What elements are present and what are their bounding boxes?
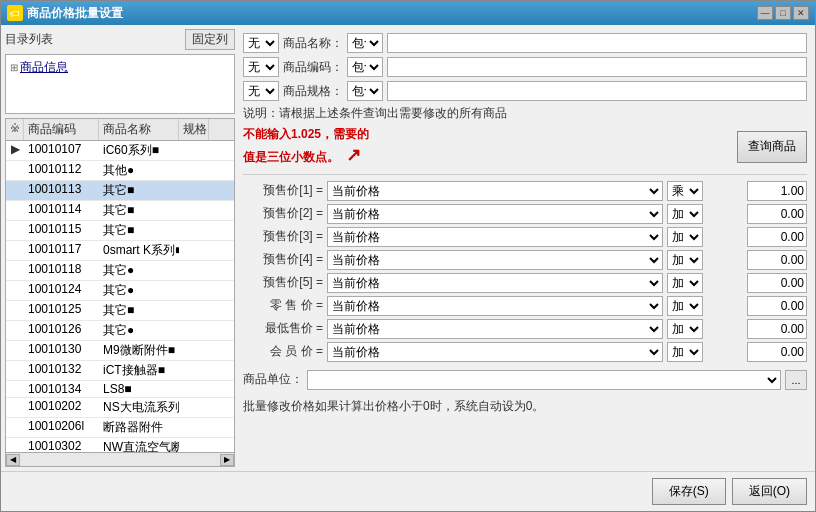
op-select-2[interactable]: 加 <box>667 227 703 247</box>
cell-name: 其它■ <box>99 181 179 200</box>
include-select-3[interactable]: 包含 <box>347 81 383 101</box>
save-button[interactable]: 保存(S) <box>652 478 726 505</box>
tree-item-label[interactable]: 商品信息 <box>20 59 68 76</box>
price-input-3[interactable] <box>747 250 807 270</box>
cell-spec <box>179 241 209 260</box>
scroll-right-arrow[interactable]: ▶ <box>220 454 234 466</box>
close-button[interactable]: ✕ <box>793 6 809 20</box>
row-arrow <box>6 241 24 260</box>
table-header: ※ 商品编码 商品名称 规格 <box>6 119 234 141</box>
cell-name: NW直流空气断路器 <box>99 438 179 452</box>
op-select-4[interactable]: 加 <box>667 273 703 293</box>
cell-name: LS8■ <box>99 381 179 397</box>
op-select-6[interactable]: 加 <box>667 319 703 339</box>
product-table: ※ 商品编码 商品名称 规格 ▶ 10010107 iC60系列■ 100101… <box>5 118 235 467</box>
cell-name: 其他● <box>99 161 179 180</box>
table-row[interactable]: 10010130 M9微断附件■ <box>6 341 234 361</box>
prefix-select-2[interactable]: 无 <box>243 57 279 77</box>
price-input-7[interactable] <box>747 342 807 362</box>
include-select-2[interactable]: 包含 <box>347 57 383 77</box>
maximize-button[interactable]: □ <box>775 6 791 20</box>
table-row[interactable]: 10010206l 断路器附件 <box>6 418 234 438</box>
price-grid: 预售价[1] =当前价格乘预售价[2] =当前价格加预售价[3] =当前价格加预… <box>243 181 807 362</box>
cell-spec <box>179 361 209 380</box>
unit-label: 商品单位： <box>243 371 303 388</box>
row-arrow <box>6 438 24 452</box>
divider <box>243 174 807 175</box>
table-row[interactable]: 10010126 其它● <box>6 321 234 341</box>
prefix-select-1[interactable]: 无 <box>243 33 279 53</box>
op-select-1[interactable]: 加 <box>667 204 703 224</box>
op-select-5[interactable]: 加 <box>667 296 703 316</box>
search-label-1: 商品名称： <box>283 35 343 52</box>
op-select-0[interactable]: 乘 <box>667 181 703 201</box>
price-type-select-1[interactable]: 当前价格 <box>327 204 663 224</box>
cell-code: 10010206l <box>24 418 99 437</box>
col-spec-header: 规格 <box>179 119 209 140</box>
table-row[interactable]: 10010132 iCT接触器■ <box>6 361 234 381</box>
op-select-7[interactable]: 加 <box>667 342 703 362</box>
row-arrow <box>6 281 24 300</box>
price-input-2[interactable] <box>747 227 807 247</box>
table-row[interactable]: 10010302 NW直流空气断路器 <box>6 438 234 452</box>
price-label-7: 会 员 价 = <box>243 343 323 360</box>
table-row[interactable]: 10010202 NS大电流系列 <box>6 398 234 418</box>
price-label-2: 预售价[3] = <box>243 228 323 245</box>
cell-code: 10010125 <box>24 301 99 320</box>
window-title: 商品价格批量设置 <box>27 5 123 22</box>
tree-item-root[interactable]: ⊞ 商品信息 <box>10 59 230 76</box>
table-row[interactable]: 10010114 其它■ <box>6 201 234 221</box>
search-input-1[interactable] <box>387 33 807 53</box>
price-type-select-3[interactable]: 当前价格 <box>327 250 663 270</box>
price-type-select-2[interactable]: 当前价格 <box>327 227 663 247</box>
table-row[interactable]: 10010134 LS8■ <box>6 381 234 398</box>
cell-code: 10010124 <box>24 281 99 300</box>
table-row[interactable]: 10010118 其它● <box>6 261 234 281</box>
price-type-select-6[interactable]: 当前价格 <box>327 319 663 339</box>
include-select-1[interactable]: 包含 <box>347 33 383 53</box>
table-row[interactable]: 10010125 其它■ <box>6 301 234 321</box>
search-button[interactable]: 查询商品 <box>737 131 807 163</box>
col-code-header: 商品编码 <box>24 119 99 140</box>
row-arrow <box>6 398 24 417</box>
content-area: 目录列表 固定列 ⊞ 商品信息 ※ 商品编码 商品名称 规格 <box>1 25 815 471</box>
col-star: ※ <box>6 119 24 140</box>
price-input-0[interactable] <box>747 181 807 201</box>
scroll-left-arrow[interactable]: ◀ <box>6 454 20 466</box>
search-input-3[interactable] <box>387 81 807 101</box>
title-controls: — □ ✕ <box>757 6 809 20</box>
tree-label: 目录列表 <box>5 29 53 50</box>
cell-code: 10010113 <box>24 181 99 200</box>
price-type-select-7[interactable]: 当前价格 <box>327 342 663 362</box>
price-type-select-4[interactable]: 当前价格 <box>327 273 663 293</box>
search-input-2[interactable] <box>387 57 807 77</box>
price-input-1[interactable] <box>747 204 807 224</box>
unit-select[interactable] <box>307 370 781 390</box>
cell-code: 10010134 <box>24 381 99 397</box>
price-type-select-0[interactable]: 当前价格 <box>327 181 663 201</box>
minimize-button[interactable]: — <box>757 6 773 20</box>
cell-name: 其它● <box>99 281 179 300</box>
cell-code: 10010118 <box>24 261 99 280</box>
price-input-4[interactable] <box>747 273 807 293</box>
cell-name: iCT接触器■ <box>99 361 179 380</box>
table-row[interactable]: ▶ 10010107 iC60系列■ <box>6 141 234 161</box>
table-row[interactable]: 10010124 其它● <box>6 281 234 301</box>
table-row[interactable]: 10010115 其它■ <box>6 221 234 241</box>
table-row[interactable]: 10010112 其他● <box>6 161 234 181</box>
price-input-5[interactable] <box>747 296 807 316</box>
cell-name: iC60系列■ <box>99 141 179 160</box>
op-select-3[interactable]: 加 <box>667 250 703 270</box>
cell-spec <box>179 398 209 417</box>
prefix-select-3[interactable]: 无 <box>243 81 279 101</box>
cancel-button[interactable]: 返回(O) <box>732 478 807 505</box>
horizontal-scrollbar[interactable]: ◀ ▶ <box>6 452 234 466</box>
table-row[interactable]: 10010117 0smart K系列■ <box>6 241 234 261</box>
table-body[interactable]: ▶ 10010107 iC60系列■ 10010112 其他● 10010113… <box>6 141 234 452</box>
unit-browse-button[interactable]: ... <box>785 370 807 390</box>
price-input-6[interactable] <box>747 319 807 339</box>
table-row[interactable]: 10010113 其它■ <box>6 181 234 201</box>
cell-spec <box>179 161 209 180</box>
row-arrow <box>6 261 24 280</box>
price-type-select-5[interactable]: 当前价格 <box>327 296 663 316</box>
